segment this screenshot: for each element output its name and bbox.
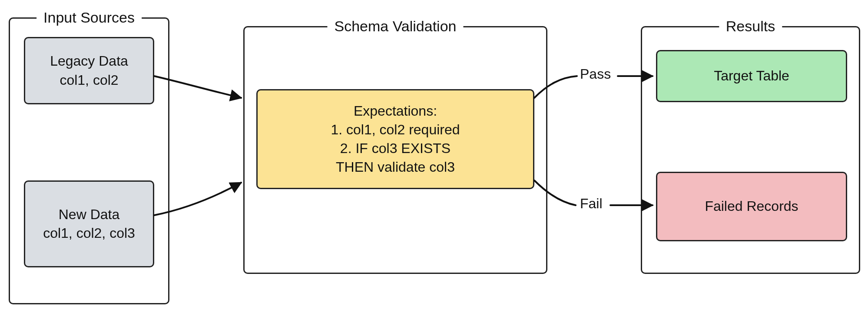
edge-label-pass: Pass [580,66,611,82]
box-new-data-title: New Data [59,205,120,224]
edge-label-fail: Fail [580,196,603,212]
expectations-line-1: Expectations: [354,102,437,120]
expectations-line-2: 1. col1, col2 required [331,120,460,139]
box-legacy-data-cols: col1, col2 [60,71,118,90]
diagram-canvas: Input Sources Legacy Data col1, col2 New… [0,0,868,320]
box-new-data-cols: col1, col2, col3 [43,224,135,243]
box-target-table-label: Target Table [714,67,789,85]
box-legacy-data-title: Legacy Data [50,52,128,70]
box-target-table: Target Table [656,50,847,102]
box-failed-records: Failed Records [656,172,847,241]
box-expectations: Expectations: 1. col1, col2 required 2. … [256,89,534,189]
expectations-line-3: 2. IF col3 EXISTS [340,139,451,158]
box-legacy-data: Legacy Data col1, col2 [24,37,154,104]
panel-results-title: Results [719,18,782,35]
expectations-line-4: THEN validate col3 [336,158,455,177]
panel-input-sources-title: Input Sources [36,9,142,26]
box-new-data: New Data col1, col2, col3 [24,180,154,267]
box-failed-records-label: Failed Records [705,197,798,216]
panel-schema-validation-title: Schema Validation [328,18,464,35]
